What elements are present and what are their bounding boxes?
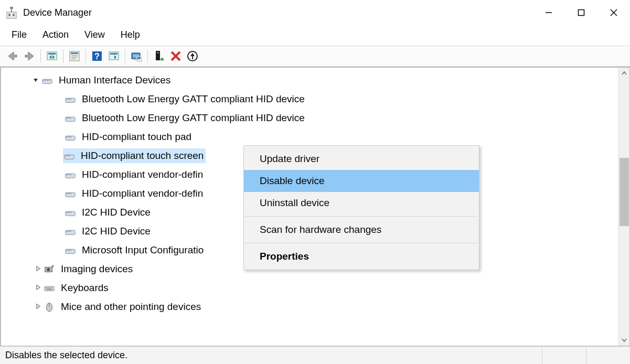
svg-rect-59 (70, 174, 71, 175)
svg-rect-6 (579, 10, 584, 16)
cm-update-driver[interactable]: Update driver (244, 148, 479, 170)
update-driver-button[interactable] (128, 48, 145, 65)
scan-hardware-button[interactable] (105, 48, 122, 65)
tree-label: Keyboards (61, 282, 109, 294)
device-icon (64, 112, 77, 124)
svg-point-77 (47, 268, 50, 271)
svg-rect-43 (70, 99, 71, 100)
tree-label: HID-compliant vendor-defin (82, 169, 203, 180)
minimize-button[interactable] (532, 0, 565, 25)
close-button[interactable] (597, 0, 630, 25)
tree-area: Human Interface Devices Bluetooth Low En… (0, 67, 630, 346)
svg-rect-62 (68, 193, 69, 194)
device-icon (64, 206, 77, 219)
context-menu: Update driver Disable device Uninstall d… (243, 145, 479, 270)
show-devices-button[interactable] (44, 48, 60, 65)
cm-uninstall-device[interactable]: Uninstall device (244, 192, 479, 214)
svg-text:?: ? (94, 52, 100, 61)
help-button[interactable]: ? (89, 48, 105, 65)
toolbar-separator (40, 49, 41, 63)
properties-button[interactable] (66, 48, 83, 65)
menu-file[interactable]: File (12, 29, 27, 40)
maximize-button[interactable] (565, 0, 597, 25)
toolbar-separator (125, 49, 125, 63)
svg-rect-74 (68, 250, 69, 251)
expand-icon[interactable] (30, 76, 41, 84)
hid-category-icon (41, 74, 54, 87)
svg-rect-75 (70, 250, 71, 251)
disable-device-button[interactable] (167, 48, 184, 65)
enable-device-button[interactable] (151, 48, 167, 65)
device-icon (64, 225, 77, 238)
tree-item[interactable]: HID-compliant touch pad (1, 127, 618, 146)
cm-separator (245, 216, 478, 217)
svg-rect-83 (50, 287, 51, 288)
svg-rect-71 (70, 231, 71, 232)
scroll-track[interactable] (618, 79, 630, 334)
tree-label: I2C HID Device (82, 226, 151, 237)
expand-icon[interactable] (33, 284, 43, 292)
svg-rect-29 (157, 52, 159, 53)
menu-help[interactable]: Help (121, 29, 140, 40)
back-button[interactable] (4, 48, 21, 65)
svg-rect-67 (70, 212, 71, 213)
svg-rect-37 (45, 80, 46, 81)
vertical-scrollbar[interactable] (618, 68, 629, 346)
cm-scan-hardware[interactable]: Scan for hardware changes (244, 219, 479, 241)
scroll-down-icon[interactable] (618, 334, 630, 346)
svg-line-27 (141, 60, 142, 62)
statusbar: Disables the selected device. (0, 346, 630, 364)
tree-item[interactable]: Bluetooth Low Energy GATT compliant HID … (1, 109, 618, 127)
tree-category-collapsed[interactable]: Keyboards (1, 279, 618, 297)
svg-rect-36 (43, 80, 45, 81)
tree-label: HID-compliant touch screen (81, 150, 204, 162)
svg-rect-78 (52, 265, 54, 267)
toolbar-separator (63, 49, 63, 63)
toolbar: ? (0, 46, 630, 67)
svg-marker-34 (190, 53, 195, 59)
svg-rect-61 (66, 193, 68, 194)
menu-view[interactable]: View (84, 29, 105, 40)
expand-icon[interactable] (33, 265, 43, 273)
keyboard-icon (43, 282, 56, 294)
tree-item[interactable]: Bluetooth Low Energy GATT compliant HID … (1, 90, 618, 109)
tree-label: Microsoft Input Configuratio (82, 244, 204, 256)
svg-rect-46 (68, 117, 69, 119)
svg-rect-85 (47, 289, 52, 290)
tree-label: HID-compliant touch pad (82, 131, 191, 143)
svg-rect-80 (46, 287, 47, 288)
svg-rect-65 (66, 212, 68, 213)
svg-rect-45 (66, 117, 68, 119)
svg-rect-14 (71, 52, 78, 54)
tree-category[interactable]: Human Interface Devices (1, 71, 618, 90)
svg-rect-66 (68, 212, 69, 213)
svg-rect-82 (48, 287, 49, 288)
uninstall-device-button[interactable] (184, 48, 201, 65)
svg-rect-1 (8, 14, 10, 16)
scroll-up-icon[interactable] (618, 68, 630, 79)
svg-rect-2 (13, 14, 15, 16)
menu-action[interactable]: Action (42, 29, 69, 40)
tree-label: I2C HID Device (82, 207, 151, 218)
expand-icon[interactable] (33, 303, 43, 311)
svg-rect-63 (70, 193, 71, 194)
svg-rect-49 (66, 136, 68, 137)
svg-rect-10 (48, 53, 56, 55)
menubar: File Action View Help (0, 25, 630, 46)
device-tree[interactable]: Human Interface Devices Bluetooth Low En… (1, 68, 618, 346)
tree-label: Mice and other pointing devices (61, 301, 201, 313)
window-title: Device Manager (23, 7, 532, 18)
tree-category-collapsed[interactable]: Mice and other pointing devices (1, 297, 618, 316)
svg-rect-54 (67, 155, 68, 156)
tree-label: Bluetooth Low Energy GATT compliant HID … (82, 93, 305, 105)
svg-rect-58 (68, 174, 69, 175)
statusbar-segment (542, 347, 586, 364)
svg-rect-50 (68, 136, 69, 137)
statusbar-text: Disables the selected device. (5, 350, 127, 361)
titlebar: Device Manager (0, 0, 630, 25)
svg-rect-25 (133, 59, 138, 60)
cm-disable-device[interactable]: Disable device (244, 170, 479, 192)
cm-properties[interactable]: Properties (244, 245, 479, 267)
scroll-thumb[interactable] (620, 158, 629, 226)
forward-button[interactable] (21, 48, 38, 65)
